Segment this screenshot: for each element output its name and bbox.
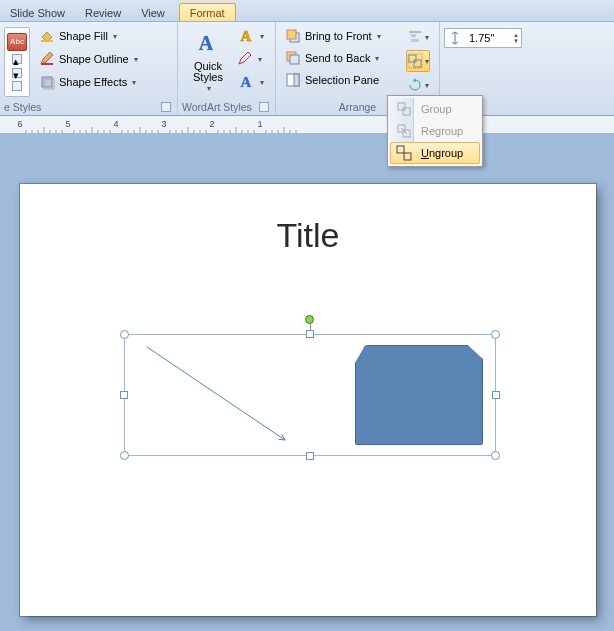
shape-styles-group-label: e Styles — [4, 101, 41, 113]
gallery-down-icon[interactable]: ▾ — [12, 68, 22, 78]
group-icon — [395, 101, 413, 117]
selection-handle-sw[interactable] — [120, 451, 129, 460]
selection-handle-ne[interactable] — [491, 330, 500, 339]
rounded-rectangle-shape[interactable] — [355, 345, 483, 445]
svg-line-119 — [147, 347, 285, 440]
arrow-shape[interactable] — [145, 345, 293, 445]
group-shape-styles: Abc ▴ ▾ Shape Fill ▾ — [0, 22, 178, 115]
svg-rect-14 — [414, 60, 421, 67]
align-icon — [407, 29, 423, 45]
svg-text:1: 1 — [257, 119, 262, 129]
svg-rect-20 — [397, 146, 404, 153]
dropdown-icon: ▾ — [258, 55, 262, 64]
regroup-icon — [395, 123, 413, 139]
svg-rect-21 — [404, 153, 411, 160]
quick-styles-button[interactable]: A Quick Styles ▾ — [186, 24, 230, 100]
svg-rect-16 — [398, 103, 405, 110]
send-back-icon — [285, 50, 301, 66]
ribbon-tab-strip: Slide Show Review View Format — [0, 0, 614, 22]
selection-group[interactable] — [124, 334, 496, 456]
quick-styles-label: Quick Styles — [193, 61, 223, 83]
rotate-icon — [407, 77, 423, 93]
dropdown-icon: ▾ — [375, 54, 379, 63]
text-effects-button[interactable]: A ▾ — [234, 72, 267, 92]
slide-workspace: Title — [0, 134, 614, 631]
horizontal-ruler: 6543210123456 — [0, 116, 614, 134]
send-to-back-label: Send to Back — [305, 52, 370, 64]
effects-icon — [39, 74, 55, 90]
align-button[interactable]: ▾ — [406, 26, 430, 48]
shape-style-preview: Abc — [7, 33, 27, 51]
tab-slideshow[interactable]: Slide Show — [0, 4, 75, 21]
dropdown-icon: ▾ — [207, 84, 211, 93]
svg-rect-15 — [408, 54, 422, 68]
wordart-styles-group-label: WordArt Styles — [182, 101, 252, 113]
paint-bucket-icon — [39, 28, 55, 44]
dialog-launcher-icon[interactable] — [259, 102, 269, 112]
selection-handle-se[interactable] — [491, 451, 500, 460]
rotation-handle[interactable] — [305, 315, 314, 324]
text-fill-icon: A — [237, 28, 255, 44]
text-outline-button[interactable]: ▾ — [234, 49, 267, 69]
menu-item-ungroup[interactable]: Ungroup — [390, 142, 480, 164]
selection-handle-nw[interactable] — [120, 330, 129, 339]
wordart-aa-icon: A — [194, 32, 222, 60]
dropdown-icon: ▾ — [377, 32, 381, 41]
svg-text:4: 4 — [113, 119, 118, 129]
svg-text:5: 5 — [65, 119, 70, 129]
svg-rect-13 — [409, 55, 416, 62]
menu-item-group-label: Group — [421, 103, 452, 115]
menu-item-group[interactable]: Group — [390, 98, 480, 120]
height-icon — [447, 30, 463, 46]
selection-handle-s[interactable] — [306, 452, 314, 460]
slide[interactable]: Title — [20, 184, 596, 616]
svg-text:6: 6 — [17, 119, 22, 129]
dialog-launcher-icon[interactable] — [161, 102, 171, 112]
rotate-button[interactable]: ▾ — [406, 74, 430, 96]
selection-handle-w[interactable] — [120, 391, 128, 399]
height-spinner[interactable]: ▲▼ — [513, 32, 519, 44]
text-effects-icon: A — [237, 74, 255, 90]
dropdown-icon: ▾ — [425, 57, 429, 66]
svg-rect-0 — [41, 40, 53, 42]
bring-to-front-button[interactable]: Bring to Front ▾ — [280, 26, 402, 46]
group-button[interactable]: ▾ — [406, 50, 430, 72]
svg-rect-17 — [403, 108, 410, 115]
dropdown-icon: ▾ — [113, 32, 117, 41]
slide-title[interactable]: Title — [20, 216, 596, 255]
svg-rect-9 — [294, 74, 299, 86]
tab-format[interactable]: Format — [179, 3, 236, 21]
svg-rect-12 — [411, 39, 419, 42]
bring-front-icon — [285, 28, 301, 44]
selection-pane-button[interactable]: Selection Pane — [280, 70, 402, 90]
gallery-up-icon[interactable]: ▴ — [12, 54, 22, 64]
ribbon: Abc ▴ ▾ Shape Fill ▾ — [0, 22, 614, 116]
shape-outline-button[interactable]: Shape Outline ▾ — [34, 49, 143, 69]
height-field[interactable] — [465, 31, 511, 45]
selection-handle-n[interactable] — [306, 330, 314, 338]
bring-to-front-label: Bring to Front — [305, 30, 372, 42]
ruler-svg: 6543210123456 — [0, 116, 300, 134]
shape-style-gallery[interactable]: Abc ▴ ▾ — [4, 27, 30, 97]
selection-pane-icon — [285, 72, 301, 88]
send-to-back-button[interactable]: Send to Back ▾ — [280, 48, 402, 68]
text-fill-button[interactable]: A ▾ — [234, 26, 267, 46]
height-input[interactable]: ▲▼ — [444, 28, 522, 48]
shape-fill-label: Shape Fill — [59, 30, 108, 42]
gallery-more-icon[interactable] — [12, 81, 22, 91]
tab-review[interactable]: Review — [75, 4, 131, 21]
dropdown-icon: ▾ — [260, 32, 264, 41]
svg-text:3: 3 — [161, 119, 166, 129]
dropdown-icon: ▾ — [260, 78, 264, 87]
selection-handle-e[interactable] — [492, 391, 500, 399]
svg-rect-7 — [290, 55, 299, 64]
pencil-icon — [39, 51, 55, 67]
shape-effects-button[interactable]: Shape Effects ▾ — [34, 72, 143, 92]
dropdown-icon: ▾ — [425, 33, 429, 42]
tab-view[interactable]: View — [131, 4, 175, 21]
svg-text:2: 2 — [209, 119, 214, 129]
text-outline-icon — [237, 51, 253, 67]
menu-item-regroup[interactable]: Regroup — [390, 120, 480, 142]
group-wordart-styles: A Quick Styles ▾ A ▾ ▾ A ▾ — [178, 22, 276, 115]
shape-fill-button[interactable]: Shape Fill ▾ — [34, 26, 143, 46]
